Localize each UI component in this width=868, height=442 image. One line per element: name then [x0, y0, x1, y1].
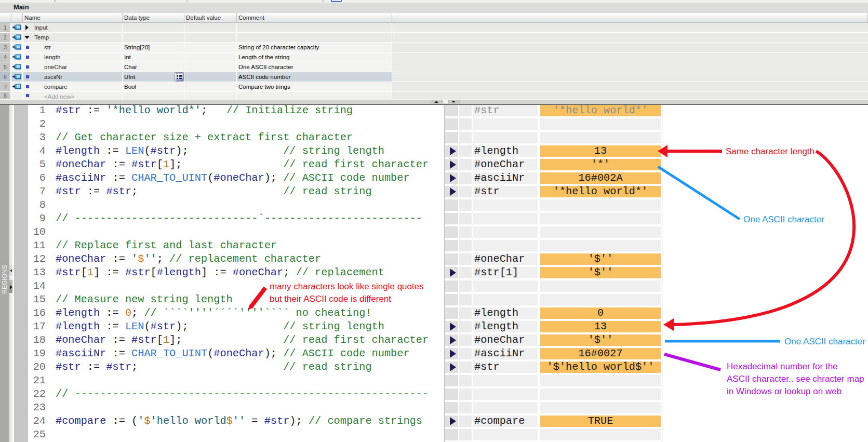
- svg-text:many characters look like sing: many characters look like single quotes: [270, 282, 424, 291]
- svg-text:but their ASCII code is differ: but their ASCII code is different: [270, 294, 391, 304]
- svg-text:ASCII character.. see chracter: ASCII character.. see chracter map: [727, 374, 864, 384]
- svg-text:One ASCII character: One ASCII character: [784, 337, 865, 346]
- svg-text:One ASCII character: One ASCII character: [743, 215, 824, 224]
- svg-text:in Windows or lookup on web: in Windows or lookup on web: [727, 386, 842, 396]
- svg-text:Same character length: Same character length: [726, 146, 814, 156]
- svg-text:Hexadecimal number for the: Hexadecimal number for the: [727, 361, 838, 371]
